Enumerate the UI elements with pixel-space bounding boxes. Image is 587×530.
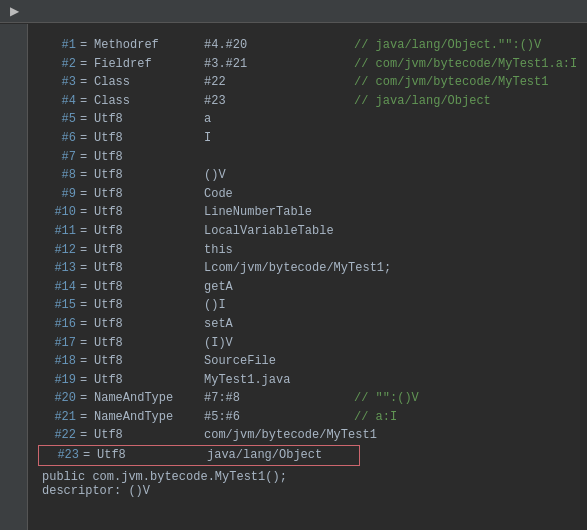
pool-val: Code bbox=[204, 185, 354, 204]
pool-row: #9 = Utf8 Code bbox=[38, 185, 577, 204]
pool-eq: = bbox=[80, 426, 94, 445]
pool-row: #3 = Class #22 // com/jvm/bytecode/MyTes… bbox=[38, 73, 577, 92]
pool-val: MyTest1.java bbox=[204, 371, 354, 390]
pool-type: Utf8 bbox=[94, 222, 204, 241]
pool-eq: = bbox=[80, 315, 94, 334]
pool-type: Fieldref bbox=[94, 55, 204, 74]
pool-num: #16 bbox=[38, 315, 80, 334]
pool-eq: = bbox=[80, 185, 94, 204]
pool-eq: = bbox=[80, 129, 94, 148]
sidebar bbox=[0, 24, 28, 530]
pool-val: #3.#21 bbox=[204, 55, 354, 74]
pool-row: #8 = Utf8 ()V bbox=[38, 166, 577, 185]
pool-type: Utf8 bbox=[94, 352, 204, 371]
pool-val: ()I bbox=[204, 296, 354, 315]
pool-eq: = bbox=[80, 36, 94, 55]
pool-num: #15 bbox=[38, 296, 80, 315]
pool-row: #4 = Class #23 // java/lang/Object bbox=[38, 92, 577, 111]
pool-val: SourceFile bbox=[204, 352, 354, 371]
pool-val: LocalVariableTable bbox=[204, 222, 354, 241]
pool-row: #6 = Utf8 I bbox=[38, 129, 577, 148]
pool-eq: = bbox=[80, 259, 94, 278]
pool-val bbox=[204, 148, 354, 167]
pool-num: #1 bbox=[38, 36, 80, 55]
pool-type: Class bbox=[94, 92, 204, 111]
pool-row: #19 = Utf8 MyTest1.java bbox=[38, 371, 577, 390]
pool-row: #5 = Utf8 a bbox=[38, 110, 577, 129]
pool-val: #5:#6 bbox=[204, 408, 354, 427]
pool-row: #1 = Methodref #4.#20 // java/lang/Objec… bbox=[38, 36, 577, 55]
pool-row: #17 = Utf8 (I)V bbox=[38, 334, 577, 353]
pool-val: #4.#20 bbox=[204, 36, 354, 55]
pool-num: #9 bbox=[38, 185, 80, 204]
pool-row: #20 = NameAndType #7:#8 // "":()V bbox=[38, 389, 577, 408]
pool-type: Utf8 bbox=[94, 129, 204, 148]
pool-type: Utf8 bbox=[94, 203, 204, 222]
pool-num: #22 bbox=[38, 426, 80, 445]
terminal-content: #1 = Methodref #4.#20 // java/lang/Objec… bbox=[28, 24, 587, 530]
pool-type: Utf8 bbox=[97, 446, 207, 465]
pool-type: Class bbox=[94, 73, 204, 92]
pool-eq: = bbox=[80, 73, 94, 92]
pool-num: #17 bbox=[38, 334, 80, 353]
pool-eq: = bbox=[80, 389, 94, 408]
pool-num: #18 bbox=[38, 352, 80, 371]
pool-row: #11 = Utf8 LocalVariableTable bbox=[38, 222, 577, 241]
pool-num: #21 bbox=[38, 408, 80, 427]
pool-eq: = bbox=[80, 203, 94, 222]
pool-row: #22 = Utf8 com/jvm/bytecode/MyTest1 bbox=[38, 426, 577, 445]
pool-row: #18 = Utf8 SourceFile bbox=[38, 352, 577, 371]
pool-num: #23 bbox=[41, 446, 83, 465]
pool-num: #8 bbox=[38, 166, 80, 185]
pool-val: #22 bbox=[204, 73, 354, 92]
pool-eq: = bbox=[80, 408, 94, 427]
pool-type: NameAndType bbox=[94, 408, 204, 427]
pool-row: #2 = Fieldref #3.#21 // com/jvm/bytecode… bbox=[38, 55, 577, 74]
method-line: public com.jvm.bytecode.MyTest1(); bbox=[38, 470, 577, 484]
pool-type: Utf8 bbox=[94, 334, 204, 353]
pool-comment: // a:I bbox=[354, 408, 397, 427]
pool-eq: = bbox=[80, 278, 94, 297]
pool-num: #3 bbox=[38, 73, 80, 92]
pool-comment: // "":()V bbox=[354, 389, 419, 408]
pool-num: #5 bbox=[38, 110, 80, 129]
pool-eq: = bbox=[83, 446, 97, 465]
pool-val: ()V bbox=[204, 166, 354, 185]
pool-type: Utf8 bbox=[94, 278, 204, 297]
pool-val: #7:#8 bbox=[204, 389, 354, 408]
pool-type: Utf8 bbox=[94, 166, 204, 185]
pool-type: Utf8 bbox=[94, 185, 204, 204]
pool-eq: = bbox=[80, 371, 94, 390]
pool-table: #1 = Methodref #4.#20 // java/lang/Objec… bbox=[38, 36, 577, 466]
pool-val: #23 bbox=[204, 92, 354, 111]
pool-row: #14 = Utf8 getA bbox=[38, 278, 577, 297]
pool-comment: // java/lang/Object."":()V bbox=[354, 36, 541, 55]
pool-comment: // com/jvm/bytecode/MyTest1.a:I bbox=[354, 55, 577, 74]
pool-num: #11 bbox=[38, 222, 80, 241]
pool-type: Utf8 bbox=[94, 259, 204, 278]
pool-eq: = bbox=[80, 352, 94, 371]
pool-val: com/jvm/bytecode/MyTest1 bbox=[204, 426, 354, 445]
pool-val: Lcom/jvm/bytecode/MyTest1; bbox=[204, 259, 354, 278]
pool-num: #20 bbox=[38, 389, 80, 408]
pool-val: setA bbox=[204, 315, 354, 334]
pool-eq: = bbox=[80, 110, 94, 129]
pool-row: #16 = Utf8 setA bbox=[38, 315, 577, 334]
pool-val: java/lang/Object bbox=[207, 446, 357, 465]
pool-type: Utf8 bbox=[94, 315, 204, 334]
pool-eq: = bbox=[80, 166, 94, 185]
pool-row: #12 = Utf8 this bbox=[38, 241, 577, 260]
title-bar: ▶ bbox=[0, 0, 587, 23]
pool-num: #6 bbox=[38, 129, 80, 148]
pool-eq: = bbox=[80, 92, 94, 111]
pool-row: #7 = Utf8 bbox=[38, 148, 577, 167]
pool-num: #2 bbox=[38, 55, 80, 74]
pool-type: NameAndType bbox=[94, 389, 204, 408]
pool-type: Utf8 bbox=[94, 110, 204, 129]
pool-row: #13 = Utf8 Lcom/jvm/bytecode/MyTest1; bbox=[38, 259, 577, 278]
pool-comment: // com/jvm/bytecode/MyTest1 bbox=[354, 73, 548, 92]
pool-type: Utf8 bbox=[94, 296, 204, 315]
pool-eq: = bbox=[80, 296, 94, 315]
pool-num: #14 bbox=[38, 278, 80, 297]
pool-eq: = bbox=[80, 334, 94, 353]
